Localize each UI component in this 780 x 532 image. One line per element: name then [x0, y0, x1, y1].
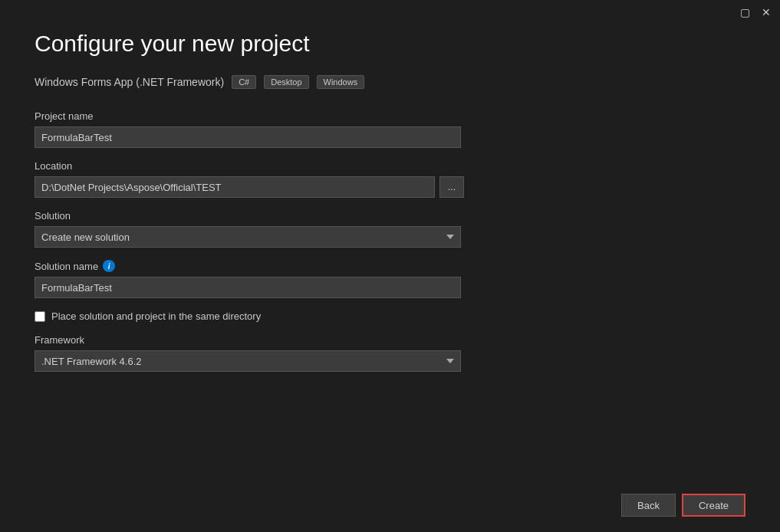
solution-select[interactable]: Create new solution Add to solution Crea… — [35, 226, 461, 248]
project-name-label: Project name — [35, 110, 745, 122]
back-button[interactable]: Back — [621, 494, 676, 517]
same-directory-row: Place solution and project in the same d… — [35, 310, 745, 322]
close-icon: ✕ — [762, 6, 771, 18]
project-type-label: Windows Forms App (.NET Framework) — [35, 76, 224, 88]
location-group: Location ... — [35, 160, 745, 198]
minimize-icon: ▢ — [740, 6, 750, 18]
location-label: Location — [35, 160, 745, 172]
info-icon: i — [103, 260, 115, 272]
project-type-row: Windows Forms App (.NET Framework) C# De… — [35, 75, 745, 89]
framework-group: Framework .NET Framework 4.6.2 .NET Fram… — [35, 334, 745, 372]
location-row: ... — [35, 176, 745, 198]
minimize-button[interactable]: ▢ — [739, 6, 751, 18]
solution-label: Solution — [35, 210, 745, 222]
project-name-input[interactable] — [35, 126, 461, 148]
badge-desktop: Desktop — [264, 75, 308, 89]
footer: Back Create — [0, 478, 780, 532]
solution-name-group: Solution name i — [35, 260, 745, 298]
solution-name-input[interactable] — [35, 277, 461, 298]
solution-name-label-text: Solution name — [35, 261, 98, 272]
project-name-group: Project name — [35, 110, 745, 148]
framework-label: Framework — [35, 334, 745, 346]
page-title: Configure your new project — [35, 31, 745, 57]
badge-windows: Windows — [317, 75, 365, 89]
solution-name-label: Solution name i — [35, 260, 745, 272]
browse-button[interactable]: ... — [439, 176, 464, 198]
close-button[interactable]: ✕ — [760, 6, 772, 18]
framework-select[interactable]: .NET Framework 4.6.2 .NET Framework 4.7 … — [35, 350, 461, 372]
badge-csharp: C# — [232, 75, 256, 89]
create-button[interactable]: Create — [682, 494, 745, 517]
location-input[interactable] — [35, 176, 435, 198]
same-directory-checkbox[interactable] — [35, 311, 45, 322]
same-directory-label: Place solution and project in the same d… — [51, 310, 261, 322]
solution-group: Solution Create new solution Add to solu… — [35, 210, 745, 248]
main-content: Configure your new project Windows Forms… — [0, 0, 780, 532]
title-bar: ▢ ✕ — [731, 0, 780, 25]
